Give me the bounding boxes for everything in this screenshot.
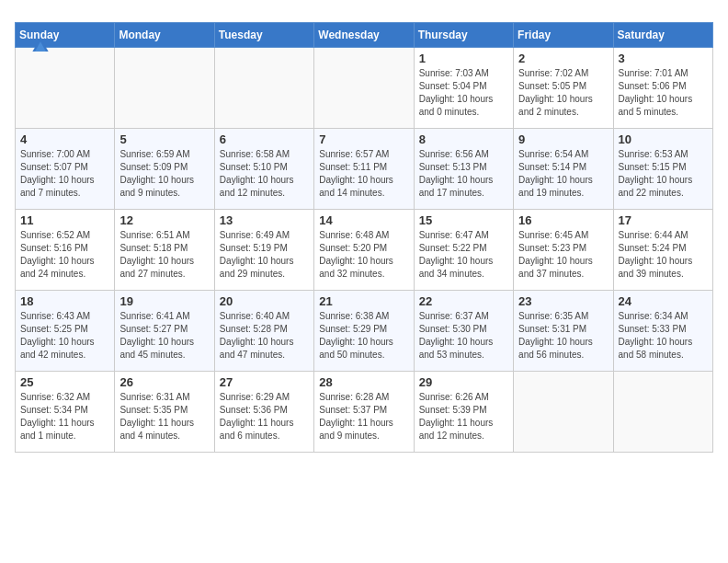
day-info: Sunrise: 6:38 AMSunset: 5:29 PMDaylight:… xyxy=(319,310,408,362)
calendar-cell xyxy=(613,372,712,453)
day-header-wednesday: Wednesday xyxy=(314,23,414,48)
day-info: Sunrise: 6:49 AMSunset: 5:19 PMDaylight:… xyxy=(220,229,309,281)
calendar-cell: 10Sunrise: 6:53 AMSunset: 5:15 PMDayligh… xyxy=(613,129,712,210)
calendar-cell: 23Sunrise: 6:35 AMSunset: 5:31 PMDayligh… xyxy=(514,291,613,372)
day-header-friday: Friday xyxy=(514,23,613,48)
day-info: Sunrise: 6:32 AMSunset: 5:34 PMDaylight:… xyxy=(20,391,109,442)
day-number: 14 xyxy=(319,213,408,227)
calendar-cell: 8Sunrise: 6:56 AMSunset: 5:13 PMDaylight… xyxy=(414,129,513,210)
day-number: 21 xyxy=(319,294,408,308)
calendar-cell: 13Sunrise: 6:49 AMSunset: 5:19 PMDayligh… xyxy=(214,210,313,291)
calendar-cell xyxy=(115,48,214,129)
calendar-cell: 26Sunrise: 6:31 AMSunset: 5:35 PMDayligh… xyxy=(115,372,214,453)
day-number: 23 xyxy=(518,294,608,308)
day-number: 11 xyxy=(20,213,109,227)
calendar-cell: 3Sunrise: 7:01 AMSunset: 5:06 PMDaylight… xyxy=(613,48,712,129)
day-info: Sunrise: 7:02 AMSunset: 5:05 PMDaylight:… xyxy=(518,67,608,119)
day-header-monday: Monday xyxy=(115,23,214,48)
day-number: 13 xyxy=(220,213,309,227)
calendar-cell: 1Sunrise: 7:03 AMSunset: 5:04 PMDaylight… xyxy=(414,48,513,129)
day-number: 22 xyxy=(419,294,508,308)
day-info: Sunrise: 6:40 AMSunset: 5:28 PMDaylight:… xyxy=(220,310,309,362)
day-number: 20 xyxy=(220,294,309,308)
day-number: 12 xyxy=(119,213,209,227)
calendar-cell: 20Sunrise: 6:40 AMSunset: 5:28 PMDayligh… xyxy=(214,291,313,372)
day-info: Sunrise: 6:56 AMSunset: 5:13 PMDaylight:… xyxy=(419,148,508,200)
day-info: Sunrise: 6:54 AMSunset: 5:14 PMDaylight:… xyxy=(518,148,608,200)
day-number: 9 xyxy=(518,132,608,146)
day-info: Sunrise: 6:45 AMSunset: 5:23 PMDaylight:… xyxy=(518,229,608,281)
calendar-cell: 27Sunrise: 6:29 AMSunset: 5:36 PMDayligh… xyxy=(214,372,313,453)
calendar-cell: 16Sunrise: 6:45 AMSunset: 5:23 PMDayligh… xyxy=(514,210,613,291)
calendar-cell: 24Sunrise: 6:34 AMSunset: 5:33 PMDayligh… xyxy=(613,291,712,372)
calendar-cell xyxy=(314,48,414,129)
day-number: 29 xyxy=(419,375,508,389)
calendar-week-1: 1Sunrise: 7:03 AMSunset: 5:04 PMDaylight… xyxy=(16,48,713,129)
day-info: Sunrise: 6:47 AMSunset: 5:22 PMDaylight:… xyxy=(419,229,508,281)
calendar-cell: 14Sunrise: 6:48 AMSunset: 5:20 PMDayligh… xyxy=(314,210,414,291)
day-info: Sunrise: 7:01 AMSunset: 5:06 PMDaylight:… xyxy=(619,67,708,119)
day-number: 2 xyxy=(518,52,608,65)
calendar-cell: 6Sunrise: 6:58 AMSunset: 5:10 PMDaylight… xyxy=(214,129,313,210)
calendar-cell: 7Sunrise: 6:57 AMSunset: 5:11 PMDaylight… xyxy=(314,129,414,210)
calendar-cell: 25Sunrise: 6:32 AMSunset: 5:34 PMDayligh… xyxy=(16,372,115,453)
day-info: Sunrise: 6:44 AMSunset: 5:24 PMDaylight:… xyxy=(619,229,708,281)
day-number: 27 xyxy=(220,375,309,389)
logo xyxy=(29,37,50,57)
day-number: 16 xyxy=(518,213,608,227)
calendar-cell: 9Sunrise: 6:54 AMSunset: 5:14 PMDaylight… xyxy=(514,129,613,210)
day-info: Sunrise: 6:28 AMSunset: 5:37 PMDaylight:… xyxy=(319,391,408,442)
day-info: Sunrise: 6:29 AMSunset: 5:36 PMDaylight:… xyxy=(220,391,309,442)
day-number: 8 xyxy=(419,132,508,146)
calendar-cell: 4Sunrise: 7:00 AMSunset: 5:07 PMDaylight… xyxy=(16,129,115,210)
day-number: 1 xyxy=(419,52,508,65)
calendar-table: SundayMondayTuesdayWednesdayThursdayFrid… xyxy=(15,22,713,453)
day-number: 24 xyxy=(619,294,708,308)
day-info: Sunrise: 6:59 AMSunset: 5:09 PMDaylight:… xyxy=(119,148,209,200)
calendar-cell: 11Sunrise: 6:52 AMSunset: 5:16 PMDayligh… xyxy=(16,210,115,291)
day-info: Sunrise: 6:53 AMSunset: 5:15 PMDaylight:… xyxy=(619,148,708,200)
day-info: Sunrise: 6:41 AMSunset: 5:27 PMDaylight:… xyxy=(119,310,209,362)
day-header-tuesday: Tuesday xyxy=(214,23,313,48)
day-header-thursday: Thursday xyxy=(414,23,513,48)
day-info: Sunrise: 6:48 AMSunset: 5:20 PMDaylight:… xyxy=(319,229,408,281)
day-info: Sunrise: 7:00 AMSunset: 5:07 PMDaylight:… xyxy=(20,148,109,200)
calendar-cell: 12Sunrise: 6:51 AMSunset: 5:18 PMDayligh… xyxy=(115,210,214,291)
calendar-cell: 17Sunrise: 6:44 AMSunset: 5:24 PMDayligh… xyxy=(613,210,712,291)
day-number: 7 xyxy=(319,132,408,146)
day-header-saturday: Saturday xyxy=(613,23,712,48)
day-number: 18 xyxy=(20,294,109,308)
calendar-cell: 28Sunrise: 6:28 AMSunset: 5:37 PMDayligh… xyxy=(314,372,414,453)
calendar-week-2: 4Sunrise: 7:00 AMSunset: 5:07 PMDaylight… xyxy=(16,129,713,210)
day-number: 3 xyxy=(619,52,708,65)
day-info: Sunrise: 6:37 AMSunset: 5:30 PMDaylight:… xyxy=(419,310,508,362)
day-info: Sunrise: 6:34 AMSunset: 5:33 PMDaylight:… xyxy=(619,310,708,362)
day-number: 28 xyxy=(319,375,408,389)
day-number: 5 xyxy=(119,132,209,146)
calendar-cell: 19Sunrise: 6:41 AMSunset: 5:27 PMDayligh… xyxy=(115,291,214,372)
calendar-cell xyxy=(214,48,313,129)
day-info: Sunrise: 6:31 AMSunset: 5:35 PMDaylight:… xyxy=(119,391,209,442)
calendar-cell: 15Sunrise: 6:47 AMSunset: 5:22 PMDayligh… xyxy=(414,210,513,291)
calendar-cell: 22Sunrise: 6:37 AMSunset: 5:30 PMDayligh… xyxy=(414,291,513,372)
day-number: 6 xyxy=(220,132,309,146)
calendar-cell: 5Sunrise: 6:59 AMSunset: 5:09 PMDaylight… xyxy=(115,129,214,210)
day-info: Sunrise: 6:26 AMSunset: 5:39 PMDaylight:… xyxy=(419,391,508,442)
day-info: Sunrise: 6:57 AMSunset: 5:11 PMDaylight:… xyxy=(319,148,408,200)
calendar-cell xyxy=(16,48,115,129)
calendar-cell: 18Sunrise: 6:43 AMSunset: 5:25 PMDayligh… xyxy=(16,291,115,372)
day-number: 10 xyxy=(619,132,708,146)
day-info: Sunrise: 6:43 AMSunset: 5:25 PMDaylight:… xyxy=(20,310,109,362)
calendar-week-4: 18Sunrise: 6:43 AMSunset: 5:25 PMDayligh… xyxy=(16,291,713,372)
calendar-cell: 2Sunrise: 7:02 AMSunset: 5:05 PMDaylight… xyxy=(514,48,613,129)
day-number: 4 xyxy=(20,132,109,146)
day-info: Sunrise: 6:52 AMSunset: 5:16 PMDaylight:… xyxy=(20,229,109,281)
day-info: Sunrise: 6:35 AMSunset: 5:31 PMDaylight:… xyxy=(518,310,608,362)
day-number: 26 xyxy=(119,375,209,389)
calendar-cell: 21Sunrise: 6:38 AMSunset: 5:29 PMDayligh… xyxy=(314,291,414,372)
day-number: 17 xyxy=(619,213,708,227)
calendar-cell xyxy=(514,372,613,453)
calendar-week-5: 25Sunrise: 6:32 AMSunset: 5:34 PMDayligh… xyxy=(16,372,713,453)
day-number: 25 xyxy=(20,375,109,389)
day-number: 15 xyxy=(419,213,508,227)
